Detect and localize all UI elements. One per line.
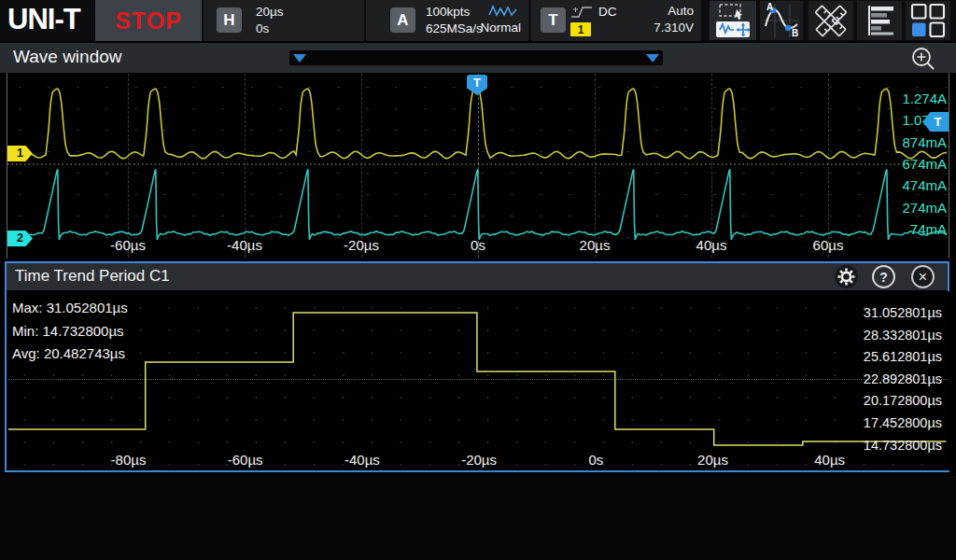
top-status-bar: UNI-T STOP H 20µs 0s A 100kpts 625MSa/s … [0, 0, 956, 41]
brand-logo: UNI-T [7, 3, 80, 36]
time-trend-title: Time Trend Period C1 [15, 267, 170, 286]
wave-y-tick-label: 674mA [902, 156, 947, 172]
gear-icon [836, 267, 856, 287]
select-move-tool-button[interactable] [710, 1, 756, 40]
wave-plot-left-edge [7, 73, 7, 259]
results-list-button[interactable] [857, 1, 902, 40]
bottom-channel-bar: ‹ C1 5.00V 1MΩ FULL ⇄ 500X 0.00V C2 [0, 476, 956, 560]
scrollbar-left-arrow[interactable] [293, 54, 306, 63]
trend-plot-area[interactable] [7, 291, 949, 470]
wave-plot-right-edge [949, 73, 949, 259]
cursor-measure-button[interactable]: A B [760, 1, 803, 40]
rulers-icon [811, 2, 851, 39]
horizontal-menu-button[interactable]: H 20µs 0s [204, 0, 364, 41]
gridline [128, 74, 129, 258]
window-layout-button[interactable] [906, 1, 950, 40]
trigger-slope-icon [569, 5, 594, 20]
wave-window-scrollbar[interactable] [289, 50, 663, 65]
wave-x-tick-label: -20µs [344, 237, 379, 253]
wave-window-title: Wave window [13, 47, 122, 67]
gridline [595, 74, 596, 258]
run-state-label: STOP [115, 7, 182, 35]
horizontal-offset: 0s [256, 21, 269, 37]
scrollbar-right-arrow[interactable] [646, 54, 659, 63]
trigger-menu-button[interactable]: T 1 DC Auto 7.310V [531, 0, 701, 41]
gridline [828, 74, 829, 258]
zoom-in-icon[interactable] [909, 45, 937, 73]
horizontal-badge: H [217, 7, 242, 33]
trigger-source-badge: 1 [570, 22, 591, 36]
close-icon: × [919, 270, 927, 285]
trend-x-tick-label: -20µs [461, 452, 497, 468]
trend-x-tick-label: 20µs [697, 452, 728, 468]
acquire-rate: 625MSa/s [426, 21, 483, 37]
trend-y-tick-label: 17.452800µs [864, 415, 942, 430]
cursor-ab-icon: A B [762, 2, 801, 39]
acquire-depth: 100kpts [426, 4, 470, 21]
trend-statistics: Max: 31.052801µs Min: 14.732800µs Avg: 2… [12, 297, 128, 366]
trend-y-tick-label: 31.052801µs [864, 305, 942, 320]
trend-stat-max: Max: 31.052801µs [12, 297, 128, 320]
layout-grid-icon [909, 2, 947, 39]
gridline [245, 74, 246, 258]
trend-y-tick-label: 25.612801µs [864, 349, 942, 364]
trend-stat-min: Min: 14.732800µs [12, 320, 128, 343]
wave-x-tick-label: 0s [471, 237, 485, 253]
trend-x-tick-label: 40µs [814, 452, 845, 468]
time-trend-header: Time Trend Period C1 ? × [7, 263, 948, 290]
trend-x-tick-label: 0s [588, 452, 603, 468]
trend-x-tick-label: -40µs [344, 452, 380, 468]
trend-close-button[interactable]: × [911, 265, 935, 288]
run-stop-button[interactable]: STOP [95, 0, 202, 41]
gridline [478, 74, 479, 258]
wave-x-tick-label: 20µs [580, 237, 611, 253]
wave-y-tick-label: 74mA [910, 221, 947, 237]
wave-y-tick-label: 474mA [902, 177, 947, 193]
bar-list-icon [862, 3, 897, 38]
svg-text:A: A [766, 2, 773, 12]
trigger-badge: T [541, 7, 566, 33]
trend-x-tick-label: -80µs [111, 452, 147, 468]
trend-y-tick-label: 14.732800µs [864, 438, 942, 453]
acquire-badge: A [390, 7, 415, 33]
trend-stat-avg: Avg: 20.482743µs [12, 343, 128, 366]
trigger-coupling: DC [598, 4, 617, 21]
trend-x-tick-label: -60µs [228, 452, 263, 468]
trigger-mode: Auto [668, 4, 694, 18]
wave-x-tick-label: -40µs [227, 237, 262, 253]
gridline [711, 74, 712, 258]
wave-y-tick-label: 274mA [902, 200, 947, 216]
trend-center-line [8, 379, 948, 380]
select-move-icon [712, 2, 753, 39]
trend-y-tick-label: 28.332801µs [864, 328, 942, 343]
acquire-mode-icon [487, 4, 519, 18]
oscilloscope-screen: UNI-T STOP H 20µs 0s A 100kpts 625MSa/s … [0, 0, 956, 560]
svg-text:B: B [792, 28, 798, 38]
gridline [361, 74, 362, 258]
acquire-menu-button[interactable]: A 100kpts 625MSa/s Normal [366, 0, 528, 41]
wave-y-tick-label: 1.274A [902, 91, 947, 106]
help-icon: ? [879, 270, 888, 285]
wave-x-tick-label: 40µs [696, 237, 727, 253]
wave-x-tick-label: -60µs [110, 237, 146, 253]
trend-y-tick-label: 20.172800µs [864, 393, 942, 408]
trigger-level: 7.310V [654, 21, 694, 35]
wave-x-tick-label: 60µs [813, 237, 844, 253]
trend-y-tick-label: 22.892801µs [864, 371, 942, 386]
wave-window-header: Wave window [0, 42, 956, 74]
wave-y-tick-label: 874mA [902, 134, 947, 150]
trend-help-button[interactable]: ? [872, 265, 895, 288]
trend-settings-button[interactable] [835, 265, 858, 288]
acquire-mode: Normal [480, 21, 521, 35]
measure-tool-button[interactable] [808, 1, 853, 40]
horizontal-scale: 20µs [256, 4, 284, 21]
